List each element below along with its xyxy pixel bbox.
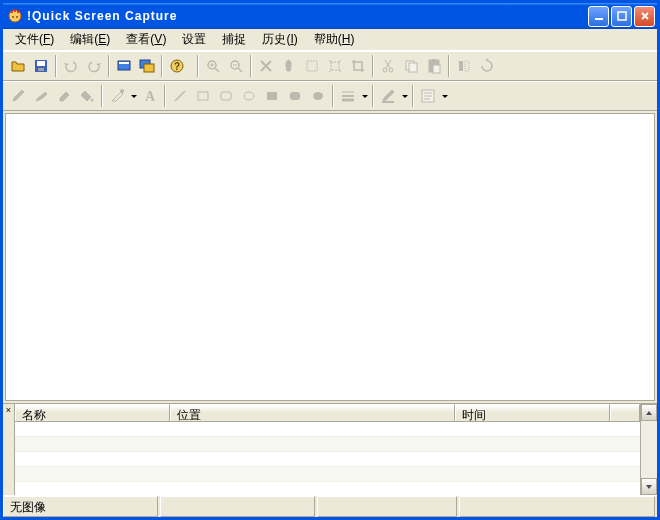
copy-button[interactable] (400, 55, 422, 77)
flip-button[interactable] (453, 55, 475, 77)
fill-button[interactable] (76, 85, 98, 107)
crop-extend-button[interactable] (324, 55, 346, 77)
svg-point-39 (313, 92, 323, 100)
linewidth-button[interactable] (337, 85, 359, 107)
select-button[interactable] (301, 55, 323, 77)
brush-button[interactable] (30, 85, 52, 107)
list-body[interactable] (15, 422, 640, 495)
svg-point-30 (91, 99, 94, 102)
svg-rect-28 (432, 59, 436, 62)
eraser-button[interactable] (53, 85, 75, 107)
close-button[interactable] (634, 6, 655, 27)
menu-编辑[interactable]: 编辑(E) (62, 29, 118, 50)
delete-button[interactable] (255, 55, 277, 77)
svg-rect-38 (290, 92, 300, 100)
statusbar: 无图像 (3, 495, 657, 517)
help-button[interactable]: ? (166, 55, 188, 77)
svg-rect-43 (382, 101, 394, 103)
minimize-button[interactable] (588, 6, 609, 27)
status-cell-3 (317, 496, 457, 517)
menu-设置[interactable]: 设置 (174, 29, 214, 50)
open-button[interactable] (7, 55, 29, 77)
svg-rect-29 (433, 65, 440, 73)
filled-roundrect-button[interactable] (284, 85, 306, 107)
scroll-track[interactable] (641, 421, 657, 478)
roundrect-button[interactable] (215, 85, 237, 107)
svg-rect-3 (595, 18, 603, 20)
svg-rect-6 (37, 61, 45, 66)
capture-button[interactable] (113, 55, 135, 77)
hand-button[interactable] (278, 55, 300, 77)
svg-rect-21 (307, 61, 317, 71)
undo-button[interactable] (60, 55, 82, 77)
svg-rect-7 (38, 68, 44, 71)
maximize-button[interactable] (611, 6, 632, 27)
scrollbar[interactable] (640, 404, 657, 495)
column-name[interactable]: 名称 (15, 404, 170, 421)
pencil-button[interactable] (7, 85, 29, 107)
dropdown-arrow-icon[interactable] (440, 85, 449, 107)
status-cell-4 (459, 496, 655, 517)
svg-rect-22 (331, 62, 339, 70)
list-header: 名称 位置 时间 (15, 404, 640, 422)
column-time[interactable]: 时间 (455, 404, 610, 421)
svg-rect-37 (267, 92, 277, 100)
zoom-out-button[interactable] (225, 55, 247, 77)
svg-rect-35 (221, 92, 231, 100)
dropdown-arrow-icon[interactable] (360, 85, 369, 107)
status-cell-2 (160, 496, 315, 517)
svg-rect-11 (144, 64, 154, 72)
menu-历史[interactable]: 历史(I) (254, 29, 305, 50)
svg-point-24 (389, 68, 393, 72)
color-button[interactable] (377, 85, 399, 107)
line-button[interactable] (169, 85, 191, 107)
dropdown-arrow-icon[interactable] (400, 85, 409, 107)
canvas[interactable] (5, 113, 655, 401)
history-panel: × 名称 位置 时间 (3, 403, 657, 495)
scroll-up-icon[interactable] (641, 404, 657, 421)
svg-text:A: A (145, 89, 156, 104)
svg-rect-34 (198, 92, 208, 100)
crop-button[interactable] (347, 55, 369, 77)
svg-rect-4 (618, 12, 626, 20)
redo-button[interactable] (83, 55, 105, 77)
text-button[interactable]: A (139, 85, 161, 107)
app-icon (7, 8, 23, 24)
cut-button[interactable] (377, 55, 399, 77)
menu-捕捉[interactable]: 捕捉 (214, 29, 254, 50)
application-window: !Quick Screen Capture 文件(F)编辑(E)查看(V)设置捕… (0, 0, 660, 520)
svg-line-33 (175, 91, 185, 101)
save-button[interactable] (30, 55, 52, 77)
capture-window-button[interactable] (136, 55, 158, 77)
window-title: !Quick Screen Capture (27, 9, 588, 23)
picker-button[interactable] (106, 85, 128, 107)
svg-line-19 (238, 68, 242, 72)
svg-point-36 (244, 92, 254, 100)
menu-文件[interactable]: 文件(F) (7, 29, 62, 50)
column-location[interactable]: 位置 (170, 404, 455, 421)
svg-point-31 (120, 89, 124, 93)
filled-ellipse-button[interactable] (307, 85, 329, 107)
svg-rect-9 (119, 62, 129, 64)
rotate-button[interactable] (476, 55, 498, 77)
svg-rect-26 (409, 63, 417, 72)
ellipse-button[interactable] (238, 85, 260, 107)
status-text: 无图像 (3, 496, 158, 517)
svg-line-15 (215, 68, 219, 72)
menubar: 文件(F)编辑(E)查看(V)设置捕捉历史(I)帮助(H) (3, 29, 657, 51)
rect-button[interactable] (192, 85, 214, 107)
scroll-down-icon[interactable] (641, 478, 657, 495)
svg-point-23 (383, 68, 387, 72)
svg-point-1 (12, 16, 14, 18)
svg-point-2 (16, 16, 18, 18)
menu-帮助[interactable]: 帮助(H) (306, 29, 363, 50)
dropdown-arrow-icon[interactable] (129, 85, 138, 107)
titlebar[interactable]: !Quick Screen Capture (3, 3, 657, 29)
zoom-in-button[interactable] (202, 55, 224, 77)
filled-rect-button[interactable] (261, 85, 283, 107)
font-button[interactable] (417, 85, 439, 107)
menu-查看[interactable]: 查看(V) (118, 29, 174, 50)
toolbar-draw: A (3, 81, 657, 111)
panel-close-icon[interactable]: × (3, 404, 15, 495)
paste-button[interactable] (423, 55, 445, 77)
